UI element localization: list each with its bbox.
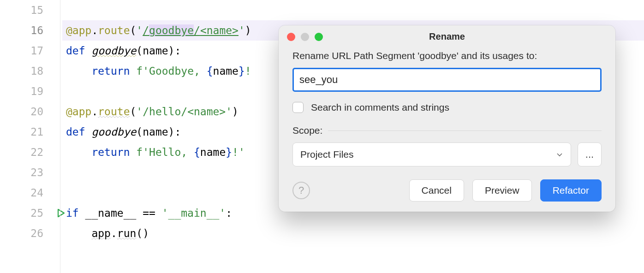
token-paren: (: [136, 45, 143, 57]
token-colon: :: [226, 207, 232, 219]
token-fprefix: f: [136, 65, 143, 77]
dialog-titlebar[interactable]: Rename: [279, 25, 615, 47]
token-dot: .: [111, 227, 117, 239]
token-keyword: if: [66, 207, 85, 219]
search-comments-label: Search in comments and strings: [311, 102, 449, 113]
rename-prompt-label: Rename URL Path Segment 'goodbye' and it…: [292, 50, 602, 61]
token-param: name: [143, 45, 168, 57]
dialog-footer: ? Cancel Preview Refactor: [279, 179, 615, 202]
token-call: run: [117, 227, 137, 239]
line-number: 23: [0, 162, 52, 183]
search-comments-checkbox[interactable]: [292, 102, 304, 113]
token-string: '/hello/<name>': [136, 106, 232, 118]
preview-button[interactable]: Preview: [472, 179, 532, 202]
token-paren: ): [232, 106, 239, 118]
scope-header: Scope:: [292, 125, 602, 136]
scope-label: Scope:: [292, 125, 322, 136]
token-string: ': [239, 24, 245, 36]
token-name: app: [91, 227, 111, 239]
token-string: ': [136, 24, 143, 36]
token-paren: ): [245, 24, 251, 36]
token-string: !: [245, 65, 251, 77]
token-name: __name__: [85, 207, 137, 219]
token-string: ': [143, 65, 149, 77]
token-brace: }: [239, 65, 245, 77]
line-number: 22: [0, 142, 52, 162]
token-string: /: [143, 24, 149, 36]
token-paren: ):: [168, 45, 181, 57]
token-brace: {: [207, 65, 213, 77]
token-brace: }: [226, 146, 232, 158]
line-number: 25: [0, 203, 52, 223]
help-button[interactable]: ?: [292, 182, 310, 199]
line-number-label: 25: [30, 203, 43, 223]
minimize-icon: [301, 33, 309, 41]
line-number: 26: [0, 223, 52, 243]
line-gutter: 15 16 17 18 19 20 21 22 23 24 25 26: [0, 0, 60, 273]
token-brace: {: [194, 146, 200, 158]
token-decorator: @app: [66, 24, 91, 36]
token-var: name: [213, 65, 239, 77]
token-call: route: [98, 106, 130, 118]
token-paren: ):: [168, 126, 181, 138]
search-comments-row: Search in comments and strings: [292, 102, 602, 113]
token-param: name: [143, 126, 168, 138]
scope-controls: Project Files ...: [292, 142, 602, 166]
cancel-button[interactable]: Cancel: [409, 179, 464, 202]
token-decorator: @app: [66, 106, 91, 118]
token-string: /: [194, 24, 200, 36]
token-paren: (: [130, 24, 137, 36]
line-number: 18: [0, 61, 52, 81]
rename-dialog: Rename Rename URL Path Segment 'goodbye'…: [279, 25, 615, 212]
token-keyword: def: [66, 45, 91, 57]
line-number: 20: [0, 101, 52, 122]
token-paren: (): [136, 227, 149, 239]
token-dot: .: [91, 24, 98, 36]
token-call: route: [98, 24, 130, 36]
dialog-title: Rename: [429, 31, 465, 42]
close-icon[interactable]: [287, 33, 295, 41]
token-string: Hello,: [149, 146, 194, 158]
token-string: '__main__': [162, 207, 226, 219]
code-line: [62, 0, 644, 20]
token-keyword: return: [91, 146, 136, 158]
zoom-icon[interactable]: [315, 33, 323, 41]
token-keyword: return: [91, 65, 136, 77]
token-string: !': [232, 146, 245, 158]
token-var: name: [200, 146, 226, 158]
token-fprefix: f: [136, 146, 143, 158]
line-number: 24: [0, 183, 52, 203]
line-number: 16: [0, 20, 52, 41]
token-string: goodbye: [149, 24, 194, 36]
token-funcname: goodbye: [91, 45, 136, 57]
scope-select-value: Project Files: [300, 149, 354, 160]
scope-more-button[interactable]: ...: [578, 142, 602, 166]
token-paren: (: [130, 106, 137, 118]
token-eq: ==: [136, 207, 161, 219]
token-paren: (: [136, 126, 143, 138]
line-number: 19: [0, 81, 52, 101]
line-number: 17: [0, 41, 52, 61]
rename-input[interactable]: [292, 68, 602, 92]
refactor-button[interactable]: Refactor: [540, 179, 602, 202]
line-number: 15: [0, 0, 52, 20]
window-controls: [287, 33, 323, 41]
token-string: Goodbye,: [149, 65, 207, 77]
token-string: <name>: [200, 24, 239, 36]
line-number: 21: [0, 122, 52, 142]
token-keyword: def: [66, 126, 91, 138]
dialog-body: Rename URL Path Segment 'goodbye' and it…: [279, 47, 615, 166]
code-line: app.run(): [62, 223, 644, 243]
scope-select[interactable]: Project Files: [292, 142, 571, 166]
token-string: ': [143, 146, 149, 158]
token-dot: .: [91, 106, 98, 118]
divider: [328, 131, 602, 131]
chevron-down-icon: [556, 151, 563, 158]
token-funcname: goodbye: [91, 126, 136, 138]
